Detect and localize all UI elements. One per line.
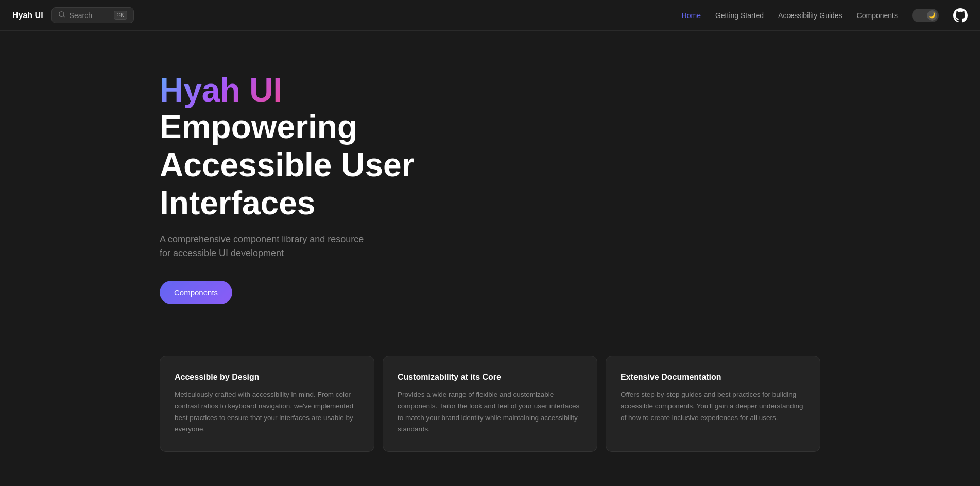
navbar-brand: Hyah UI [12, 11, 43, 20]
card-desc-1: Provides a wide range of flexible and cu… [398, 389, 582, 435]
svg-line-1 [63, 16, 64, 18]
svg-point-0 [59, 12, 63, 16]
hero-subtitle: A comprehensive component library and re… [160, 232, 448, 260]
nav-link-components[interactable]: Components [857, 11, 898, 20]
hero-subtitle-line2: for accessible UI development [160, 248, 284, 258]
navbar-left: Hyah UI Search ⌘K [12, 7, 134, 23]
theme-toggle[interactable]: 🌙 [912, 9, 939, 22]
nav-links: Home Getting Started Accessibility Guide… [682, 11, 898, 20]
card-title-0: Accessible by Design [175, 373, 359, 382]
card-accessible-design: Accessible by Design Meticulously crafte… [160, 356, 374, 452]
search-icon [58, 11, 65, 20]
hero-title-gradient: Hyah UI [160, 72, 282, 108]
card-desc-0: Meticulously crafted with accessibility … [175, 389, 359, 435]
hero-title-line2: Accessible User [160, 146, 463, 185]
nav-link-home[interactable]: Home [682, 11, 701, 20]
card-title-1: Customizability at its Core [398, 373, 582, 382]
hero-section: Hyah UI Empowering Accessible User Inter… [0, 31, 463, 335]
theme-toggle-knob: 🌙 [927, 10, 937, 21]
search-label: Search [70, 11, 92, 20]
card-title-2: Extensive Documentation [621, 373, 805, 382]
github-icon[interactable] [953, 8, 968, 23]
card-desc-2: Offers step-by-step guides and best prac… [621, 389, 805, 424]
card-documentation: Extensive Documentation Offers step-by-s… [606, 356, 820, 452]
cards-section: Accessible by Design Meticulously crafte… [0, 335, 980, 483]
search-shortcut: ⌘K [114, 11, 127, 20]
hero-subtitle-line1: A comprehensive component library and re… [160, 234, 364, 244]
hero-title: Hyah UI Empowering Accessible User Inter… [160, 72, 463, 222]
hero-title-line1: Empowering [160, 108, 463, 146]
hero-title-line3: Interfaces [160, 185, 463, 223]
hero-cta-button[interactable]: Components [160, 281, 232, 304]
navbar-right: Home Getting Started Accessibility Guide… [682, 8, 968, 23]
nav-link-accessibility-guides[interactable]: Accessibility Guides [778, 11, 843, 20]
search-box[interactable]: Search ⌘K [51, 7, 134, 23]
card-customizability: Customizability at its Core Provides a w… [383, 356, 597, 452]
navbar: Hyah UI Search ⌘K Home Getting Started A… [0, 0, 980, 31]
nav-link-getting-started[interactable]: Getting Started [715, 11, 764, 20]
